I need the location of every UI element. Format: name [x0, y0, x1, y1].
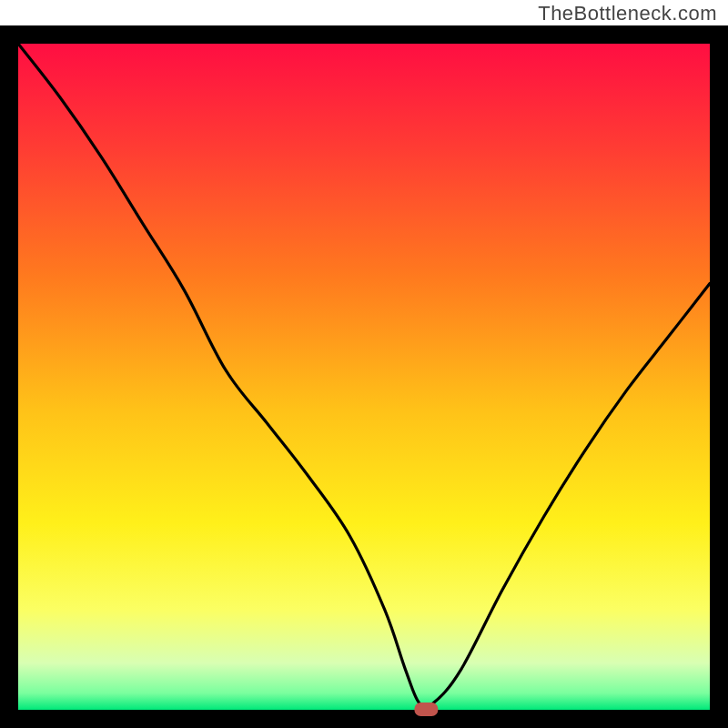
watermark-text: TheBottleneck.com: [538, 2, 717, 25]
optimum-marker: [414, 703, 438, 716]
chart-container: TheBottleneck.com: [0, 0, 728, 728]
bottleneck-chart: [0, 0, 728, 728]
plot-background: [18, 44, 710, 710]
